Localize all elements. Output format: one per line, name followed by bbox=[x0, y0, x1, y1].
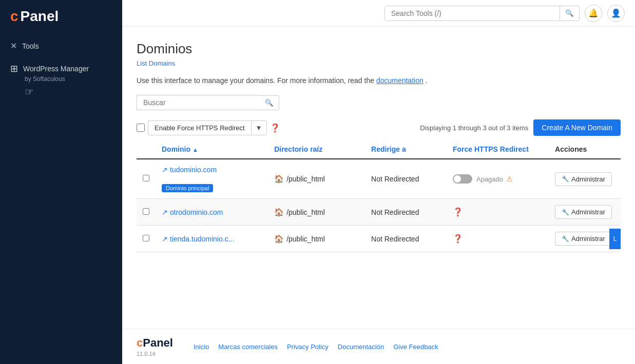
row2-actions-cell: 🔧 Administrar bbox=[549, 199, 621, 226]
th-dominio[interactable]: Dominio ▲ bbox=[156, 140, 268, 159]
row2-dir-text: /public_html bbox=[286, 208, 325, 216]
row3-https-cell: ❓ bbox=[447, 226, 549, 252]
wrench-icon-2: 🔧 bbox=[562, 209, 569, 216]
row2-domain-link[interactable]: ↗ otrodominio.com bbox=[162, 208, 262, 216]
row2-dir-cell: 🏠 /public_html bbox=[268, 199, 365, 226]
row3-actions-cell: 🔧 Administrar L bbox=[549, 226, 621, 252]
table-row: ↗ otrodominio.com 🏠 /public_html Not Red… bbox=[137, 199, 621, 226]
user-icon[interactable]: 👤 bbox=[607, 5, 625, 22]
notifications-icon[interactable]: 🔔 bbox=[585, 5, 602, 22]
https-dropdown-button[interactable]: ▼ bbox=[251, 120, 267, 135]
search-container: 🔍 bbox=[384, 6, 580, 21]
table-body: ↗ tudominio.com Dominio principal 🏠 /pub… bbox=[137, 159, 621, 252]
footer-link-inicio[interactable]: Inicio bbox=[194, 343, 209, 351]
documentation-link[interactable]: documentation bbox=[376, 76, 424, 85]
row1-https-cell: Apagado ⚠ bbox=[447, 159, 549, 199]
row3-admin-label: Administrar bbox=[571, 235, 605, 242]
wp-icon: ⊞ bbox=[10, 63, 18, 74]
cpanel-logo: cPanel bbox=[10, 8, 112, 25]
row2-admin-button[interactable]: 🔧 Administrar bbox=[555, 205, 612, 219]
home-icon: 🏠 bbox=[274, 174, 284, 184]
row3-checkbox-cell bbox=[137, 226, 156, 252]
th-acciones: Acciones bbox=[549, 140, 621, 159]
topbar: 🔍 🔔 👤 bbox=[122, 0, 635, 27]
description-text-pre: Use this interface to manage your domain… bbox=[137, 76, 374, 85]
home-icon-3: 🏠 bbox=[274, 234, 284, 244]
wp-top: ⊞ WordPress Manager bbox=[10, 63, 112, 74]
row3-overflow-badge[interactable]: L bbox=[609, 229, 621, 249]
row1-dir: 🏠 /public_html bbox=[274, 174, 359, 184]
domains-table: Dominio ▲ Directorio raíz Redirige a For… bbox=[137, 140, 621, 252]
row1-https-status: Apagado ⚠ bbox=[453, 174, 543, 184]
row1-admin-label: Administrar bbox=[571, 175, 605, 183]
row1-domain-link[interactable]: ↗ tudominio.com bbox=[162, 166, 262, 174]
footer-link-privacy[interactable]: Privacy Policy bbox=[287, 343, 329, 351]
row2-https-cell: ❓ bbox=[447, 199, 549, 226]
row2-domain-text: otrodominio.com bbox=[170, 208, 223, 216]
row3-domain-cell: ↗ tienda.tudominio.c... bbox=[156, 226, 268, 252]
wp-label: WordPress Manager bbox=[23, 65, 89, 73]
main-content: 🔍 🔔 👤 Dominios List Domains Use this int… bbox=[122, 0, 635, 364]
wrench-icon-1: 🔧 bbox=[562, 175, 569, 183]
th-dominio-label: Dominio bbox=[162, 145, 190, 153]
row1-dir-cell: 🏠 /public_html bbox=[268, 159, 365, 199]
row1-redirect-cell: Not Redirected bbox=[365, 159, 447, 199]
row3-admin-button[interactable]: 🔧 Administrar bbox=[555, 232, 612, 246]
displaying-text: Displaying 1 through 3 out of 3 items bbox=[420, 124, 528, 132]
description-text-post: . bbox=[426, 76, 428, 85]
row1-domain-cell: ↗ tudominio.com Dominio principal bbox=[156, 159, 268, 199]
search-button[interactable]: 🔍 bbox=[560, 6, 579, 20]
row3-domain-text: tienda.tudominio.c... bbox=[170, 235, 234, 243]
sidebar-item-tools-label: Tools bbox=[22, 42, 39, 50]
row2-checkbox[interactable] bbox=[143, 208, 149, 215]
th-redirige: Redirige a bbox=[365, 140, 447, 159]
external-link-icon-3: ↗ bbox=[162, 235, 168, 243]
page-description: Use this interface to manage your domain… bbox=[137, 76, 621, 85]
table-row: ↗ tienda.tudominio.c... 🏠 /public_html N… bbox=[137, 226, 621, 252]
sidebar-item-tools[interactable]: ✕ Tools bbox=[0, 35, 122, 57]
enable-https-button[interactable]: Enable Force HTTPS Redirect bbox=[148, 120, 251, 135]
cursor-hand-icon: ☞ bbox=[25, 86, 112, 98]
toolbar-right: Displaying 1 through 3 out of 3 items Cr… bbox=[420, 119, 621, 136]
row1-actions-cell: 🔧 Administrar bbox=[549, 159, 621, 199]
footer-links: Inicio Marcas comerciales Privacy Policy… bbox=[194, 343, 438, 351]
sort-icon: ▲ bbox=[193, 147, 198, 153]
row3-domain-link[interactable]: ↗ tienda.tudominio.c... bbox=[162, 235, 262, 243]
help-icon[interactable]: ❓ bbox=[270, 123, 280, 133]
row3-dir: 🏠 /public_html bbox=[274, 234, 359, 244]
footer-link-feedback[interactable]: Give Feedback bbox=[393, 343, 438, 351]
table-row: ↗ tudominio.com Dominio principal 🏠 /pub… bbox=[137, 159, 621, 199]
row3-checkbox[interactable] bbox=[143, 235, 149, 241]
select-all-checkbox[interactable] bbox=[137, 124, 145, 132]
row2-question-icon[interactable]: ❓ bbox=[453, 208, 463, 216]
sidebar-item-wordpress-manager[interactable]: ⊞ WordPress Manager by Softaculous ☞ bbox=[0, 57, 122, 104]
row2-domain-cell: ↗ otrodominio.com bbox=[156, 199, 268, 226]
footer-logo-c: c bbox=[137, 336, 143, 349]
toolbar-left: Enable Force HTTPS Redirect ▼ ❓ bbox=[137, 120, 280, 135]
breadcrumb-list-domains[interactable]: List Domains bbox=[137, 59, 175, 67]
row1-apagado-text: Apagado bbox=[476, 175, 503, 183]
create-domain-button[interactable]: Create A New Domain bbox=[533, 119, 621, 136]
sidebar: cPanel ✕ Tools ⊞ WordPress Manager by So… bbox=[0, 0, 122, 364]
home-icon-2: 🏠 bbox=[274, 208, 284, 217]
table-search-input[interactable] bbox=[137, 95, 260, 110]
toolbar: Enable Force HTTPS Redirect ▼ ❓ Displayi… bbox=[137, 119, 621, 136]
row1-admin-button[interactable]: 🔧 Administrar bbox=[555, 172, 612, 186]
footer-link-docs[interactable]: Documentación bbox=[338, 343, 384, 351]
wp-sub-label: by Softaculous bbox=[25, 75, 112, 83]
row1-toggle[interactable] bbox=[453, 174, 472, 184]
footer-link-marcas[interactable]: Marcas comerciales bbox=[218, 343, 278, 351]
row1-domain-text: tudominio.com bbox=[170, 166, 217, 174]
search-input[interactable] bbox=[385, 6, 560, 21]
row1-checkbox-cell bbox=[137, 159, 156, 199]
sidebar-logo-area: cPanel bbox=[0, 0, 122, 35]
row1-checkbox[interactable] bbox=[143, 175, 149, 181]
row2-admin-label: Administrar bbox=[571, 208, 605, 216]
table-search-button[interactable]: 🔍 bbox=[260, 95, 279, 110]
logo-c: c bbox=[10, 8, 18, 25]
row3-redirect-cell: Not Redirected bbox=[365, 226, 447, 252]
row3-question-icon[interactable]: ❓ bbox=[453, 234, 463, 243]
th-directorio: Directorio raíz bbox=[268, 140, 365, 159]
external-link-icon: ↗ bbox=[162, 166, 168, 174]
row3-dir-text: /public_html bbox=[286, 235, 325, 243]
